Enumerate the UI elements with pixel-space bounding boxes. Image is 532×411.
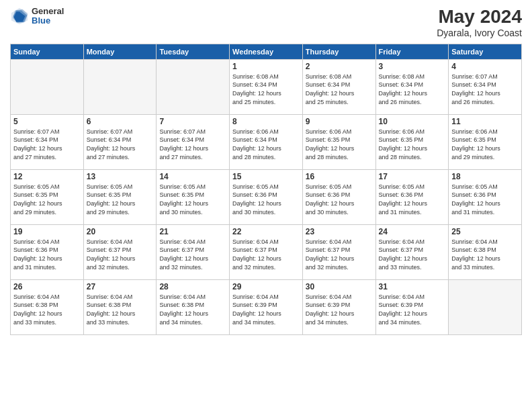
- day-number: 13: [87, 172, 154, 181]
- table-row: 23Sunrise: 6:04 AM Sunset: 6:37 PM Dayli…: [302, 224, 375, 279]
- day-info: Sunrise: 6:08 AM Sunset: 6:34 PM Dayligh…: [232, 73, 300, 106]
- day-info: Sunrise: 6:04 AM Sunset: 6:37 PM Dayligh…: [87, 238, 154, 271]
- calendar-title: May 2024: [437, 7, 522, 28]
- table-row: 17Sunrise: 6:05 AM Sunset: 6:36 PM Dayli…: [375, 169, 449, 224]
- table-row: 13Sunrise: 6:05 AM Sunset: 6:35 PM Dayli…: [83, 169, 157, 224]
- table-row: 15Sunrise: 6:05 AM Sunset: 6:36 PM Dayli…: [230, 169, 303, 224]
- page: General Blue May 2024 Dyarala, Ivory Coa…: [0, 0, 532, 411]
- day-info: Sunrise: 6:07 AM Sunset: 6:34 PM Dayligh…: [451, 73, 519, 106]
- day-number: 29: [232, 282, 300, 291]
- table-row: 3Sunrise: 6:08 AM Sunset: 6:34 PM Daylig…: [375, 59, 449, 114]
- table-row: 4Sunrise: 6:07 AM Sunset: 6:34 PM Daylig…: [449, 59, 522, 114]
- day-info: Sunrise: 6:06 AM Sunset: 6:35 PM Dayligh…: [451, 128, 519, 161]
- day-number: 28: [159, 282, 226, 291]
- day-number: 15: [232, 172, 300, 181]
- day-number: 1: [232, 62, 300, 71]
- day-number: 30: [306, 282, 373, 291]
- table-row: 5Sunrise: 6:07 AM Sunset: 6:34 PM Daylig…: [11, 114, 84, 169]
- day-info: Sunrise: 6:05 AM Sunset: 6:35 PM Dayligh…: [87, 183, 154, 216]
- table-row: 25Sunrise: 6:04 AM Sunset: 6:38 PM Dayli…: [449, 224, 522, 279]
- day-number: 27: [87, 282, 154, 291]
- day-number: 20: [87, 227, 154, 236]
- table-row: 21Sunrise: 6:04 AM Sunset: 6:37 PM Dayli…: [157, 224, 230, 279]
- day-number: 21: [159, 227, 226, 236]
- table-row: [449, 279, 522, 334]
- day-number: 16: [306, 172, 373, 181]
- table-row: 8Sunrise: 6:06 AM Sunset: 6:34 PM Daylig…: [230, 114, 303, 169]
- day-info: Sunrise: 6:05 AM Sunset: 6:36 PM Dayligh…: [451, 183, 519, 216]
- table-row: 27Sunrise: 6:04 AM Sunset: 6:38 PM Dayli…: [83, 279, 157, 334]
- day-info: Sunrise: 6:04 AM Sunset: 6:37 PM Dayligh…: [379, 238, 446, 271]
- day-info: Sunrise: 6:07 AM Sunset: 6:34 PM Dayligh…: [13, 128, 81, 161]
- header-saturday: Saturday: [449, 44, 522, 59]
- table-row: 29Sunrise: 6:04 AM Sunset: 6:39 PM Dayli…: [230, 279, 303, 334]
- table-row: 18Sunrise: 6:05 AM Sunset: 6:36 PM Dayli…: [449, 169, 522, 224]
- calendar-week-row: 5Sunrise: 6:07 AM Sunset: 6:34 PM Daylig…: [11, 114, 522, 169]
- day-info: Sunrise: 6:04 AM Sunset: 6:39 PM Dayligh…: [232, 293, 300, 326]
- table-row: 14Sunrise: 6:05 AM Sunset: 6:35 PM Dayli…: [157, 169, 230, 224]
- day-info: Sunrise: 6:05 AM Sunset: 6:35 PM Dayligh…: [159, 183, 226, 216]
- table-row: 20Sunrise: 6:04 AM Sunset: 6:37 PM Dayli…: [83, 224, 157, 279]
- day-info: Sunrise: 6:04 AM Sunset: 6:36 PM Dayligh…: [13, 238, 81, 271]
- day-number: 24: [379, 227, 446, 236]
- table-row: 26Sunrise: 6:04 AM Sunset: 6:38 PM Dayli…: [11, 279, 84, 334]
- table-row: 31Sunrise: 6:04 AM Sunset: 6:39 PM Dayli…: [375, 279, 449, 334]
- table-row: 12Sunrise: 6:05 AM Sunset: 6:35 PM Dayli…: [11, 169, 84, 224]
- header-monday: Monday: [83, 44, 157, 59]
- calendar-week-row: 1Sunrise: 6:08 AM Sunset: 6:34 PM Daylig…: [11, 59, 522, 114]
- title-section: May 2024 Dyarala, Ivory Coast: [437, 7, 522, 38]
- day-number: 9: [306, 117, 373, 126]
- logo-general: General: [32, 7, 64, 16]
- header-friday: Friday: [375, 44, 449, 59]
- table-row: [11, 59, 84, 114]
- day-number: 5: [13, 117, 81, 126]
- day-info: Sunrise: 6:07 AM Sunset: 6:34 PM Dayligh…: [87, 128, 154, 161]
- day-number: 31: [379, 282, 446, 291]
- day-info: Sunrise: 6:08 AM Sunset: 6:34 PM Dayligh…: [379, 73, 446, 106]
- calendar-header-row: Sunday Monday Tuesday Wednesday Thursday…: [11, 44, 522, 59]
- table-row: 1Sunrise: 6:08 AM Sunset: 6:34 PM Daylig…: [230, 59, 303, 114]
- day-number: 23: [306, 227, 373, 236]
- table-row: 9Sunrise: 6:06 AM Sunset: 6:35 PM Daylig…: [302, 114, 375, 169]
- header-thursday: Thursday: [302, 44, 375, 59]
- table-row: 7Sunrise: 6:07 AM Sunset: 6:34 PM Daylig…: [157, 114, 230, 169]
- day-info: Sunrise: 6:05 AM Sunset: 6:36 PM Dayligh…: [232, 183, 300, 216]
- day-number: 10: [379, 117, 446, 126]
- calendar-week-row: 12Sunrise: 6:05 AM Sunset: 6:35 PM Dayli…: [11, 169, 522, 224]
- day-info: Sunrise: 6:04 AM Sunset: 6:37 PM Dayligh…: [306, 238, 373, 271]
- table-row: 2Sunrise: 6:08 AM Sunset: 6:34 PM Daylig…: [302, 59, 375, 114]
- logo-blue: Blue: [32, 16, 64, 26]
- day-info: Sunrise: 6:05 AM Sunset: 6:36 PM Dayligh…: [379, 183, 446, 216]
- day-number: 6: [87, 117, 154, 126]
- calendar-week-row: 26Sunrise: 6:04 AM Sunset: 6:38 PM Dayli…: [11, 279, 522, 334]
- day-info: Sunrise: 6:07 AM Sunset: 6:34 PM Dayligh…: [159, 128, 226, 161]
- table-row: 10Sunrise: 6:06 AM Sunset: 6:35 PM Dayli…: [375, 114, 449, 169]
- day-info: Sunrise: 6:04 AM Sunset: 6:38 PM Dayligh…: [13, 293, 81, 326]
- day-number: 26: [13, 282, 81, 291]
- day-number: 4: [451, 62, 519, 71]
- day-info: Sunrise: 6:06 AM Sunset: 6:35 PM Dayligh…: [379, 128, 446, 161]
- table-row: [157, 59, 230, 114]
- table-row: 11Sunrise: 6:06 AM Sunset: 6:35 PM Dayli…: [449, 114, 522, 169]
- calendar-week-row: 19Sunrise: 6:04 AM Sunset: 6:36 PM Dayli…: [11, 224, 522, 279]
- day-number: 7: [159, 117, 226, 126]
- day-info: Sunrise: 6:06 AM Sunset: 6:35 PM Dayligh…: [306, 128, 373, 161]
- table-row: 19Sunrise: 6:04 AM Sunset: 6:36 PM Dayli…: [11, 224, 84, 279]
- day-number: 2: [306, 62, 373, 71]
- table-row: 22Sunrise: 6:04 AM Sunset: 6:37 PM Dayli…: [230, 224, 303, 279]
- day-info: Sunrise: 6:04 AM Sunset: 6:38 PM Dayligh…: [87, 293, 154, 326]
- logo-text: General Blue: [32, 7, 64, 26]
- logo-icon: [10, 7, 29, 26]
- day-number: 25: [451, 227, 519, 236]
- day-number: 12: [13, 172, 81, 181]
- table-row: 28Sunrise: 6:04 AM Sunset: 6:38 PM Dayli…: [157, 279, 230, 334]
- day-info: Sunrise: 6:04 AM Sunset: 6:38 PM Dayligh…: [451, 238, 519, 271]
- day-number: 3: [379, 62, 446, 71]
- table-row: [83, 59, 157, 114]
- header-tuesday: Tuesday: [157, 44, 230, 59]
- day-number: 11: [451, 117, 519, 126]
- day-number: 14: [159, 172, 226, 181]
- table-row: 16Sunrise: 6:05 AM Sunset: 6:36 PM Dayli…: [302, 169, 375, 224]
- calendar-table: Sunday Monday Tuesday Wednesday Thursday…: [10, 44, 522, 335]
- day-info: Sunrise: 6:05 AM Sunset: 6:36 PM Dayligh…: [306, 183, 373, 216]
